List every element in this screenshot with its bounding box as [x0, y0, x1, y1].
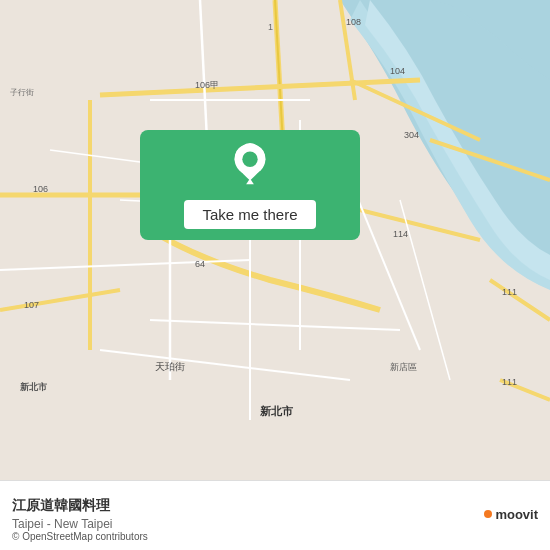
svg-text:子行街: 子行街: [10, 88, 34, 97]
map-container: 1 106甲 106 107 64 108 104 304 114 111 11…: [0, 0, 550, 480]
green-highlight[interactable]: Take me there: [140, 130, 360, 240]
bottom-bar: 江原道韓國料理 Taipei - New Taipei moovit © Ope…: [0, 480, 550, 550]
svg-text:天珀街: 天珀街: [155, 361, 185, 372]
take-me-there-button[interactable]: Take me there: [184, 200, 315, 229]
map-svg: 1 106甲 106 107 64 108 104 304 114 111 11…: [0, 0, 550, 480]
svg-text:106甲: 106甲: [195, 80, 219, 90]
svg-text:111: 111: [502, 377, 517, 387]
svg-text:新北市: 新北市: [20, 381, 48, 392]
svg-text:108: 108: [346, 17, 361, 27]
svg-text:111: 111: [502, 287, 517, 297]
svg-text:新店區: 新店區: [390, 362, 417, 372]
svg-text:304: 304: [404, 130, 419, 140]
svg-text:64: 64: [195, 259, 205, 269]
svg-text:114: 114: [393, 229, 408, 239]
place-info: 江原道韓國料理 Taipei - New Taipei: [12, 497, 113, 531]
place-name: 江原道韓國料理: [12, 497, 113, 515]
location-pin-icon: [230, 142, 270, 190]
moovit-dot: [484, 510, 492, 518]
place-location: Taipei - New Taipei: [12, 517, 113, 531]
svg-point-44: [242, 151, 257, 166]
svg-text:107: 107: [24, 300, 39, 310]
svg-text:新北市: 新北市: [260, 405, 294, 417]
svg-text:106: 106: [33, 184, 48, 194]
bottom-info-row: 江原道韓國料理 Taipei - New Taipei moovit: [12, 497, 538, 531]
svg-text:104: 104: [390, 66, 405, 76]
svg-text:1: 1: [268, 22, 273, 32]
moovit-logo: moovit: [484, 507, 538, 522]
osm-credit: © OpenStreetMap contributors: [12, 531, 538, 542]
button-overlay: Take me there: [140, 130, 360, 240]
moovit-text: moovit: [495, 507, 538, 522]
